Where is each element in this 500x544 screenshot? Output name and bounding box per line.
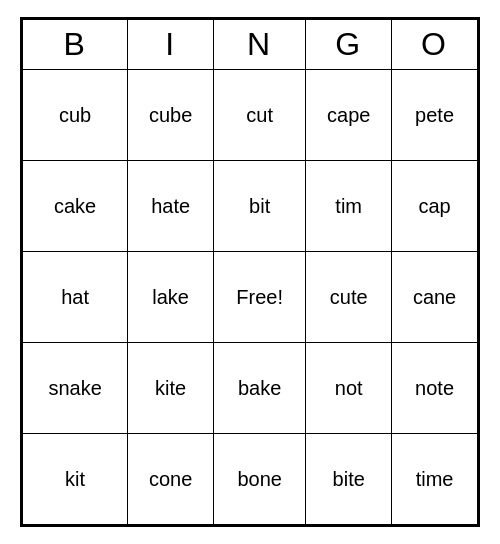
header-n: N: [214, 20, 306, 70]
table-cell: bake: [214, 343, 306, 434]
bingo-table: B I N G O cubcubecutcapepetecakehatebitt…: [22, 19, 478, 525]
header-g: G: [306, 20, 392, 70]
header-b: B: [23, 20, 128, 70]
header-i: I: [128, 20, 214, 70]
table-cell: cape: [306, 70, 392, 161]
bingo-body: cubcubecutcapepetecakehatebittimcaphatla…: [23, 70, 478, 525]
table-cell: cub: [23, 70, 128, 161]
table-cell: note: [392, 343, 478, 434]
table-row: hatlakeFree!cutecane: [23, 252, 478, 343]
table-cell: cut: [214, 70, 306, 161]
table-cell: cube: [128, 70, 214, 161]
table-cell: not: [306, 343, 392, 434]
table-row: cakehatebittimcap: [23, 161, 478, 252]
table-cell: snake: [23, 343, 128, 434]
table-cell: cute: [306, 252, 392, 343]
table-row: snakekitebakenotnote: [23, 343, 478, 434]
table-cell: lake: [128, 252, 214, 343]
table-cell: kit: [23, 434, 128, 525]
table-cell: cane: [392, 252, 478, 343]
table-cell: hate: [128, 161, 214, 252]
table-cell: kite: [128, 343, 214, 434]
table-cell: pete: [392, 70, 478, 161]
table-cell: hat: [23, 252, 128, 343]
table-cell: bit: [214, 161, 306, 252]
table-cell: Free!: [214, 252, 306, 343]
table-cell: cake: [23, 161, 128, 252]
table-cell: bone: [214, 434, 306, 525]
table-row: kitconebonebitetime: [23, 434, 478, 525]
bingo-card: B I N G O cubcubecutcapepetecakehatebitt…: [20, 17, 480, 527]
table-cell: bite: [306, 434, 392, 525]
table-cell: time: [392, 434, 478, 525]
table-cell: tim: [306, 161, 392, 252]
table-row: cubcubecutcapepete: [23, 70, 478, 161]
table-cell: cone: [128, 434, 214, 525]
header-row: B I N G O: [23, 20, 478, 70]
header-o: O: [392, 20, 478, 70]
table-cell: cap: [392, 161, 478, 252]
